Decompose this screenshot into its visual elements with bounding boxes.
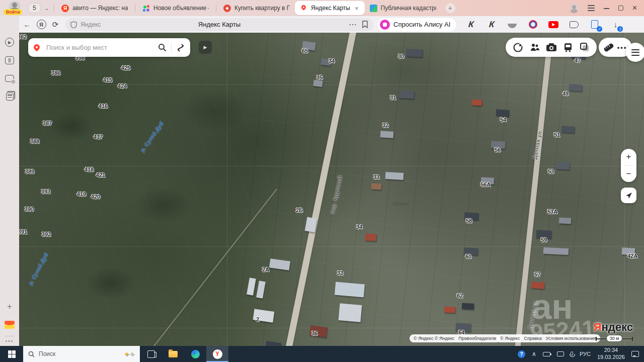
browser-toolbar: ← Я ⟳ Яндекс Яндекс Карты ⋯ Спросить Али… <box>19 16 644 33</box>
account-icon[interactable] <box>570 4 579 13</box>
parcel-number: 421 <box>96 172 105 178</box>
copy-layers-icon[interactable] <box>576 38 593 57</box>
tab-avito-search[interactable]: Я авито — Яндекс: нашлось <box>56 1 133 15</box>
tab-title: авито — Яндекс: нашлось <box>72 5 128 12</box>
building <box>462 303 474 309</box>
browser-profile[interactable]: Войти <box>0 0 28 16</box>
grid-line <box>19 246 644 247</box>
notifications-icon[interactable] <box>631 351 639 357</box>
parcel-number: 58 <box>466 218 472 224</box>
divider <box>5 336 15 336</box>
ruler-icon[interactable] <box>603 43 614 52</box>
kinopoisk-extension-icon[interactable]: К <box>465 19 476 30</box>
building <box>556 162 570 169</box>
bookmark-icon[interactable] <box>362 21 368 28</box>
search-input[interactable]: Поиск и выбор мест <box>46 44 158 51</box>
sidebar-add-icon[interactable]: + <box>4 301 16 313</box>
yandex-home-button[interactable]: Я <box>34 18 48 32</box>
address-bar[interactable]: Яндекс Яндекс Карты ⋯ <box>65 18 373 31</box>
tab-title: Новое объявление — Об <box>153 5 209 12</box>
location-arrow-icon <box>625 192 633 200</box>
tab-buy-apartment[interactable]: Купить квартиру в Грозн <box>218 1 295 15</box>
building <box>561 126 575 133</box>
my-location-button[interactable] <box>621 188 636 203</box>
window-restore-button[interactable] <box>618 6 623 11</box>
sidebar-notes-icon[interactable] <box>4 90 16 103</box>
window-minimize-button[interactable] <box>604 8 609 9</box>
tab-counter-button[interactable]: 5 <box>28 3 41 13</box>
map-copyright: © Яндекс © Яндекс Правообладатели <box>410 334 501 342</box>
people-icon[interactable] <box>526 38 543 57</box>
yandex-logo[interactable]: Яндекс <box>594 321 633 334</box>
file-explorer-button[interactable] <box>162 346 184 362</box>
map-canvas[interactable]: 3623984253864154244163874173883894184213… <box>19 33 644 346</box>
language-indicator[interactable]: РУС <box>580 351 591 357</box>
task-view-button[interactable] <box>140 346 162 362</box>
date: 19.03.2026 <box>597 354 625 360</box>
help-tray-icon[interactable]: ? <box>518 350 525 358</box>
map-menu-button[interactable] <box>626 43 644 62</box>
tag-extension-icon[interactable] <box>569 19 580 30</box>
extensions-row: К К ▶ ✓ ↓1 <box>465 19 621 30</box>
panel-expand-button[interactable]: ▶ <box>199 41 212 54</box>
tab-new-listing[interactable]: Новое объявление — Об <box>137 1 214 15</box>
tab-list-chevron-icon[interactable]: ⌄ <box>42 6 52 11</box>
downloads-icon[interactable]: ↓1 <box>610 19 621 30</box>
layers-icon[interactable] <box>510 38 526 57</box>
search-icon[interactable] <box>158 43 167 52</box>
display-icon[interactable] <box>557 351 564 356</box>
tab-close-icon[interactable]: × <box>354 5 360 12</box>
bowl-extension-icon[interactable] <box>507 19 518 30</box>
tab-counter-value: 5 <box>33 5 36 12</box>
new-tab-button[interactable]: + <box>445 3 455 13</box>
building <box>380 131 394 138</box>
parcel-number: 53А <box>547 209 557 215</box>
routes-icon[interactable] <box>176 43 185 52</box>
hidden-icons-chevron[interactable]: ∧ <box>532 350 536 357</box>
browser-menu-icon[interactable] <box>588 4 595 13</box>
edge-button[interactable] <box>184 346 206 362</box>
parcel-number: 419 <box>77 191 86 197</box>
help-link[interactable]: Справка <box>524 336 541 341</box>
desktop: Войти 5 ⌄ Я авито — Яндекс: нашлось Ново… <box>0 0 644 362</box>
taskbar-search-box[interactable]: Поиск ✦✧ <box>23 346 140 362</box>
more-actions-icon[interactable]: ⋯ <box>349 20 357 29</box>
yandex-browser-button[interactable]: Y <box>206 346 228 362</box>
window-close-button[interactable]: × <box>632 4 637 13</box>
login-badge[interactable]: Войти <box>4 9 22 15</box>
youtube-extension-icon[interactable]: ▶ <box>548 19 559 30</box>
rights-holders-link[interactable]: Правообладатели <box>458 336 496 341</box>
sidebar-tabs-badge[interactable]: 8 <box>4 54 16 66</box>
taskbar-clock[interactable]: 20:34 19.03.2026 <box>597 347 625 361</box>
parcel-number: 42А <box>627 253 637 259</box>
sidebar-mail-icon[interactable] <box>4 319 16 331</box>
sidebar-screenshot-icon[interactable] <box>4 72 16 84</box>
parcel-number: 390 <box>25 206 34 212</box>
kinopoisk2-extension-icon[interactable]: К <box>486 19 497 30</box>
sidebar-video-icon[interactable]: ▶ <box>4 36 16 48</box>
building <box>313 80 323 87</box>
club-badge-extension-icon[interactable] <box>527 19 538 30</box>
parcel-number: 387 <box>43 120 52 126</box>
panorama-camera-icon[interactable] <box>543 38 559 57</box>
battery-icon[interactable] <box>543 352 550 356</box>
zoom-out-button[interactable]: − <box>621 166 636 183</box>
reload-button[interactable]: ⟳ <box>48 18 62 32</box>
grid-line <box>227 33 227 346</box>
zoom-in-button[interactable]: + <box>621 149 636 165</box>
sidebar-more-icon[interactable]: ••• <box>6 338 14 344</box>
parcel-number: 2 <box>256 316 259 322</box>
tab-cadastral-map[interactable]: Публичная кадастровая к <box>365 1 441 15</box>
scale-label: 30 м <box>607 335 622 341</box>
microphone-icon[interactable] <box>571 351 573 357</box>
ask-alice-button[interactable]: Спросить Алису AI <box>377 18 456 32</box>
terms-link[interactable]: Условия использования <box>546 336 596 341</box>
back-button[interactable]: ← <box>20 18 34 32</box>
start-button[interactable] <box>0 346 23 362</box>
copyright-text: © Яндекс <box>500 336 520 341</box>
parcel-number: 56А <box>480 182 491 188</box>
translate-doc-extension-icon[interactable]: ✓ <box>589 19 600 30</box>
tab-yandex-maps-active[interactable]: Яндекс Карты × <box>295 1 364 15</box>
transport-bus-icon[interactable] <box>559 38 576 57</box>
map-search-box[interactable]: Поиск и выбор мест <box>28 38 190 57</box>
